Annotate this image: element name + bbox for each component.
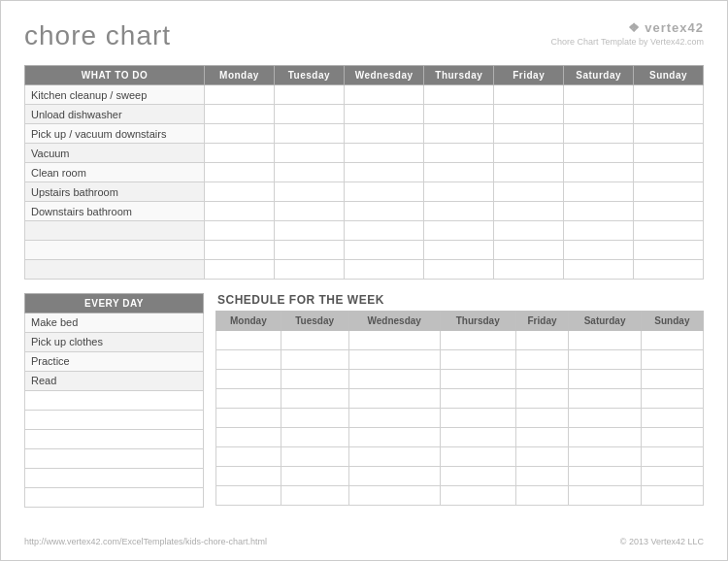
chore-day-cell[interactable] <box>494 182 564 202</box>
every-day-item[interactable]: Pick up clothes <box>24 333 204 352</box>
chore-day-cell[interactable] <box>274 85 344 105</box>
chore-day-cell[interactable] <box>494 241 564 260</box>
chore-day-cell[interactable] <box>344 202 424 221</box>
chore-day-cell[interactable] <box>205 85 275 105</box>
schedule-cell[interactable] <box>348 409 440 428</box>
chore-day-cell[interactable] <box>564 105 634 124</box>
chore-day-cell[interactable] <box>274 260 344 280</box>
chore-day-cell[interactable] <box>564 202 634 221</box>
chore-day-cell[interactable] <box>634 241 704 260</box>
schedule-cell[interactable] <box>440 447 515 467</box>
chore-day-cell[interactable] <box>205 241 275 260</box>
chore-day-cell[interactable] <box>634 182 704 202</box>
chore-day-cell[interactable] <box>424 105 494 124</box>
chore-day-cell[interactable] <box>634 144 704 163</box>
chore-day-cell[interactable] <box>205 260 275 280</box>
schedule-cell[interactable] <box>348 370 440 389</box>
every-day-item[interactable]: Read <box>24 372 204 391</box>
chore-day-cell[interactable] <box>205 144 275 163</box>
schedule-cell[interactable] <box>440 389 515 409</box>
schedule-cell[interactable] <box>569 467 642 486</box>
chore-day-cell[interactable] <box>564 124 634 144</box>
chore-day-cell[interactable] <box>634 124 704 144</box>
schedule-cell[interactable] <box>440 467 515 486</box>
chore-day-cell[interactable] <box>274 163 344 182</box>
schedule-cell[interactable] <box>569 447 642 467</box>
schedule-cell[interactable] <box>216 467 281 486</box>
schedule-cell[interactable] <box>348 447 440 467</box>
chore-day-cell[interactable] <box>274 221 344 241</box>
schedule-cell[interactable] <box>641 467 703 486</box>
schedule-cell[interactable] <box>216 486 281 506</box>
chore-day-cell[interactable] <box>274 241 344 260</box>
schedule-cell[interactable] <box>641 389 703 409</box>
chore-day-cell[interactable] <box>424 241 494 260</box>
schedule-cell[interactable] <box>281 486 348 506</box>
schedule-cell[interactable] <box>348 467 440 486</box>
chore-day-cell[interactable] <box>205 202 275 221</box>
chore-day-cell[interactable] <box>564 182 634 202</box>
chore-day-cell[interactable] <box>634 105 704 124</box>
schedule-cell[interactable] <box>281 447 348 467</box>
schedule-cell[interactable] <box>515 447 569 467</box>
chore-day-cell[interactable] <box>344 260 424 280</box>
chore-day-cell[interactable] <box>424 202 494 221</box>
chore-day-cell[interactable] <box>564 221 634 241</box>
chore-day-cell[interactable] <box>564 260 634 280</box>
schedule-cell[interactable] <box>641 486 703 506</box>
schedule-cell[interactable] <box>569 486 642 506</box>
schedule-cell[interactable] <box>348 428 440 447</box>
chore-day-cell[interactable] <box>274 144 344 163</box>
chore-day-cell[interactable] <box>344 85 424 105</box>
chore-day-cell[interactable] <box>344 182 424 202</box>
chore-day-cell[interactable] <box>564 241 634 260</box>
schedule-cell[interactable] <box>515 428 569 447</box>
chore-day-cell[interactable] <box>634 163 704 182</box>
chore-day-cell[interactable] <box>424 124 494 144</box>
schedule-cell[interactable] <box>281 389 348 409</box>
chore-day-cell[interactable] <box>205 105 275 124</box>
chore-day-cell[interactable] <box>344 241 424 260</box>
schedule-cell[interactable] <box>281 409 348 428</box>
chore-day-cell[interactable] <box>424 260 494 280</box>
schedule-cell[interactable] <box>216 331 281 350</box>
schedule-cell[interactable] <box>515 370 569 389</box>
schedule-cell[interactable] <box>348 350 440 370</box>
schedule-cell[interactable] <box>348 389 440 409</box>
chore-day-cell[interactable] <box>564 163 634 182</box>
chore-day-cell[interactable] <box>205 221 275 241</box>
every-day-item[interactable]: Make bed <box>24 314 204 333</box>
schedule-cell[interactable] <box>569 370 642 389</box>
chore-day-cell[interactable] <box>494 163 564 182</box>
schedule-cell[interactable] <box>440 350 515 370</box>
chore-day-cell[interactable] <box>494 85 564 105</box>
chore-day-cell[interactable] <box>494 124 564 144</box>
schedule-cell[interactable] <box>216 350 281 370</box>
every-day-item[interactable]: Practice <box>24 352 204 372</box>
schedule-cell[interactable] <box>281 428 348 447</box>
chore-day-cell[interactable] <box>344 144 424 163</box>
schedule-cell[interactable] <box>440 409 515 428</box>
schedule-cell[interactable] <box>641 409 703 428</box>
schedule-cell[interactable] <box>569 350 642 370</box>
schedule-cell[interactable] <box>440 331 515 350</box>
schedule-cell[interactable] <box>216 370 281 389</box>
chore-day-cell[interactable] <box>205 182 275 202</box>
footer-url[interactable]: http://www.vertex42.com/ExcelTemplates/k… <box>24 537 267 546</box>
schedule-cell[interactable] <box>348 331 440 350</box>
schedule-cell[interactable] <box>348 486 440 506</box>
chore-day-cell[interactable] <box>205 163 275 182</box>
chore-day-cell[interactable] <box>424 221 494 241</box>
chore-day-cell[interactable] <box>634 85 704 105</box>
schedule-cell[interactable] <box>569 331 642 350</box>
schedule-cell[interactable] <box>281 350 348 370</box>
schedule-cell[interactable] <box>281 331 348 350</box>
schedule-cell[interactable] <box>569 389 642 409</box>
chore-day-cell[interactable] <box>274 202 344 221</box>
schedule-cell[interactable] <box>281 370 348 389</box>
schedule-cell[interactable] <box>440 486 515 506</box>
chore-day-cell[interactable] <box>274 124 344 144</box>
schedule-cell[interactable] <box>515 331 569 350</box>
schedule-cell[interactable] <box>440 370 515 389</box>
chore-day-cell[interactable] <box>634 260 704 280</box>
